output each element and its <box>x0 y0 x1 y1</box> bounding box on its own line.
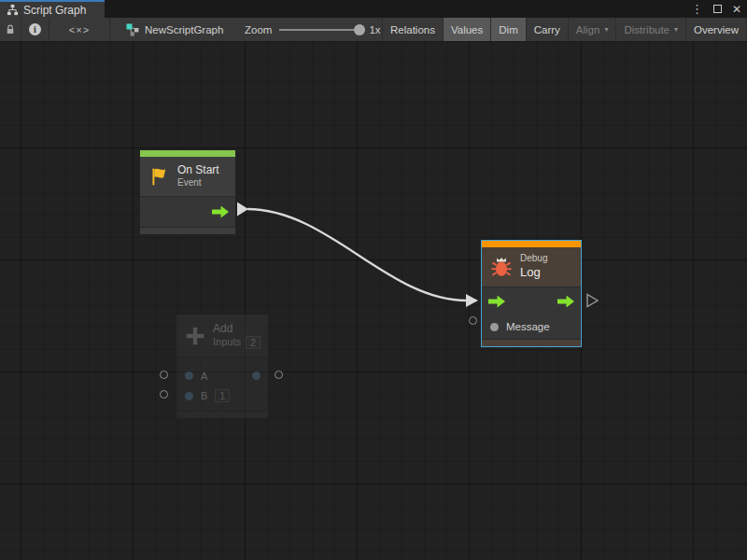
port-b-label: B <box>201 390 207 401</box>
graph-canvas[interactable]: On Start Event <box>0 42 747 560</box>
flow-input-arrow-icon[interactable] <box>488 295 505 307</box>
graph-asset-name: NewScriptGraph <box>145 24 223 35</box>
debug-log-body: Message <box>482 287 581 339</box>
window-menu-icon[interactable]: ⋮ <box>691 3 703 15</box>
dim-label: Dim <box>499 24 517 35</box>
port-a-dot[interactable] <box>185 371 193 380</box>
toolbar-toggle-group: Relations Values Dim Carry Align ▾ Distr… <box>382 18 747 41</box>
wire-arrowhead-icon <box>466 294 478 307</box>
on-start-output-port-triangle[interactable] <box>237 203 248 217</box>
node-title: On Start <box>177 163 219 177</box>
port-a-ring[interactable] <box>160 371 168 379</box>
node-subtitle: Inputs <box>213 336 241 349</box>
debug-log-footer <box>482 339 581 346</box>
window-controls: ⋮ ✕ <box>691 0 741 18</box>
close-icon[interactable]: ✕ <box>732 4 741 15</box>
graph-toolbar: i <×> NewScriptGraph Zoom 1x Rel <box>0 18 747 42</box>
debug-log-node[interactable]: Debug Log Message <box>481 240 582 347</box>
chevron-down-icon: ▾ <box>604 25 608 34</box>
distribute-dropdown[interactable]: Distribute ▾ <box>616 18 686 41</box>
port-a-row: A <box>176 366 268 385</box>
lock-button[interactable] <box>0 18 21 41</box>
flow-output-arrow-icon[interactable] <box>557 295 574 307</box>
script-graph-asset-icon <box>126 23 139 36</box>
execution-wire[interactable] <box>247 209 467 301</box>
debug-accent-bar <box>482 241 581 247</box>
overview-button[interactable]: Overview <box>686 18 747 41</box>
message-port-dot[interactable] <box>490 323 499 331</box>
debug-output-port-triangle[interactable] <box>587 295 598 307</box>
port-b-value-field[interactable]: 1 <box>215 389 230 402</box>
sum-output-ring[interactable] <box>275 371 283 379</box>
carry-label: Carry <box>534 24 560 35</box>
toolbar-left-group: i <×> <box>0 18 110 41</box>
wires-layer <box>0 42 747 560</box>
sum-output-dot[interactable] <box>252 371 261 380</box>
add-node[interactable]: Add Inputs 2 A B 1 <box>176 314 269 419</box>
tab-title: Script Graph <box>23 4 86 17</box>
zoom-label: Zoom <box>245 24 272 35</box>
node-category: Debug <box>520 253 547 265</box>
port-b-ring[interactable] <box>160 390 168 399</box>
event-accent-bar <box>140 150 235 157</box>
values-label: Values <box>451 24 483 35</box>
dim-button[interactable]: Dim <box>491 18 526 41</box>
plus-icon <box>184 325 206 347</box>
port-b-dot[interactable] <box>185 392 193 400</box>
lock-icon <box>5 23 16 35</box>
info-button[interactable]: i <box>21 18 49 41</box>
align-label: Align <box>576 24 600 35</box>
carry-button[interactable]: Carry <box>527 18 569 41</box>
overview-label: Overview <box>694 24 739 35</box>
add-titles: Add Inputs 2 <box>213 322 261 349</box>
debug-log-header: Debug Log <box>482 247 581 287</box>
zoom-control: Zoom 1x <box>245 18 381 41</box>
node-title: Add <box>213 322 261 336</box>
flow-output-arrow-icon[interactable] <box>212 206 229 218</box>
distribute-label: Distribute <box>624 24 669 35</box>
maximize-icon[interactable] <box>713 5 722 13</box>
zoom-value: 1x <box>369 24 380 35</box>
on-start-header: On Start Event <box>140 157 235 196</box>
graph-asset-group[interactable]: NewScriptGraph <box>126 18 223 41</box>
on-start-footer <box>140 227 235 234</box>
add-header: Add Inputs 2 <box>176 315 268 357</box>
values-button[interactable]: Values <box>444 18 491 41</box>
add-footer <box>176 411 268 418</box>
node-subtitle: Event <box>177 177 219 189</box>
code-icon: <×> <box>69 24 90 35</box>
add-body: A B 1 <box>176 357 268 411</box>
message-port-label: Message <box>506 321 550 332</box>
flow-row <box>482 287 581 315</box>
on-start-node[interactable]: On Start Event <box>139 149 236 235</box>
relations-button[interactable]: Relations <box>383 18 444 41</box>
script-graph-window: Script Graph ⋮ ✕ i <×> <box>0 0 747 560</box>
zoom-slider[interactable] <box>279 29 361 31</box>
tab-strip: Script Graph ⋮ ✕ <box>0 0 747 18</box>
bug-icon <box>489 255 514 279</box>
inputs-count-field[interactable]: 2 <box>246 336 261 349</box>
flag-icon <box>148 165 171 189</box>
message-port-ring[interactable] <box>469 316 477 325</box>
zoom-slider-knob[interactable] <box>354 24 365 35</box>
graph-hierarchy-icon <box>7 4 19 16</box>
on-start-body <box>140 196 235 227</box>
code-preview-button[interactable]: <×> <box>49 18 110 41</box>
node-title: Log <box>520 265 547 281</box>
relations-label: Relations <box>390 24 435 35</box>
message-port-row: Message <box>482 315 581 339</box>
on-start-titles: On Start Event <box>177 163 219 189</box>
debug-log-titles: Debug Log <box>520 253 547 280</box>
info-icon: i <box>29 23 41 35</box>
align-dropdown[interactable]: Align ▾ <box>569 18 617 41</box>
tab-script-graph[interactable]: Script Graph <box>0 0 105 18</box>
port-b-row: B 1 <box>176 385 268 406</box>
chevron-down-icon: ▾ <box>674 25 678 34</box>
port-a-label: A <box>201 371 207 382</box>
